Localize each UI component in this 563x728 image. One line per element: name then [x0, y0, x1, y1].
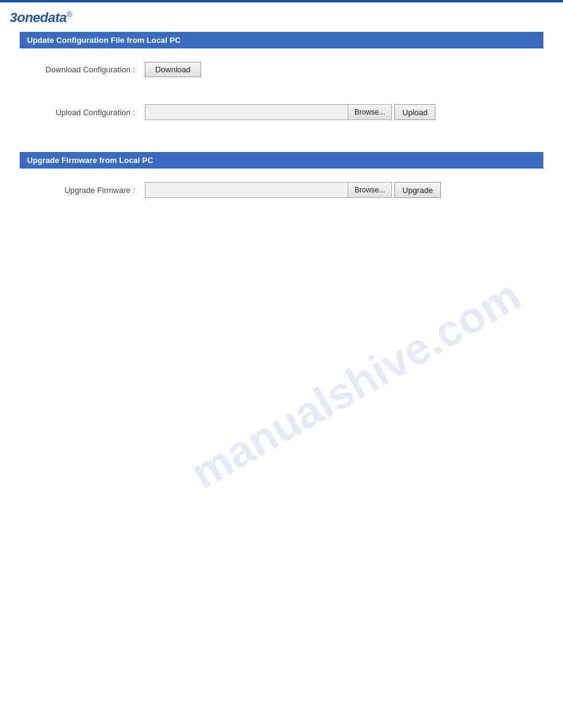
upload-browse-button[interactable]: Browse...	[348, 105, 391, 119]
upload-config-controls: Browse... Upload	[145, 104, 435, 120]
download-config-controls: Download	[145, 62, 201, 77]
download-config-label: Download Configuration :	[22, 65, 145, 74]
upgrade-firmware-label: Upgrade Firmware :	[22, 186, 145, 195]
upgrade-firmware-controls: Browse... Upgrade	[145, 182, 441, 198]
logo-text: 3onedata®	[10, 10, 72, 26]
upload-config-label: Upload Configuration :	[22, 108, 145, 117]
upload-file-input-wrapper: Browse...	[145, 104, 392, 120]
logo-registered: ®	[67, 10, 72, 19]
firmware-file-text[interactable]	[145, 183, 348, 197]
upload-config-row: Upload Configuration : Browse... Upload	[10, 91, 553, 134]
watermark: manualshive.com	[183, 270, 529, 498]
firmware-section-header: Upgrade Firmware from Local PC	[20, 152, 543, 169]
logo-area: 3onedata®	[0, 2, 563, 32]
download-button[interactable]: Download	[145, 62, 201, 77]
upgrade-button[interactable]: Upgrade	[394, 182, 441, 198]
logo-brand: 3onedata	[10, 10, 67, 25]
firmware-file-input-wrapper: Browse...	[145, 182, 392, 198]
firmware-section: Upgrade Firmware from Local PC Upgrade F…	[10, 152, 553, 211]
firmware-browse-button[interactable]: Browse...	[348, 183, 391, 197]
download-config-row: Download Configuration : Download	[10, 48, 553, 91]
upload-file-text[interactable]	[145, 105, 348, 119]
config-section: Update Configuration File from Local PC …	[10, 32, 553, 134]
upload-button[interactable]: Upload	[394, 104, 435, 120]
config-section-header: Update Configuration File from Local PC	[20, 32, 543, 48]
upgrade-firmware-row: Upgrade Firmware : Browse... Upgrade	[10, 169, 553, 211]
